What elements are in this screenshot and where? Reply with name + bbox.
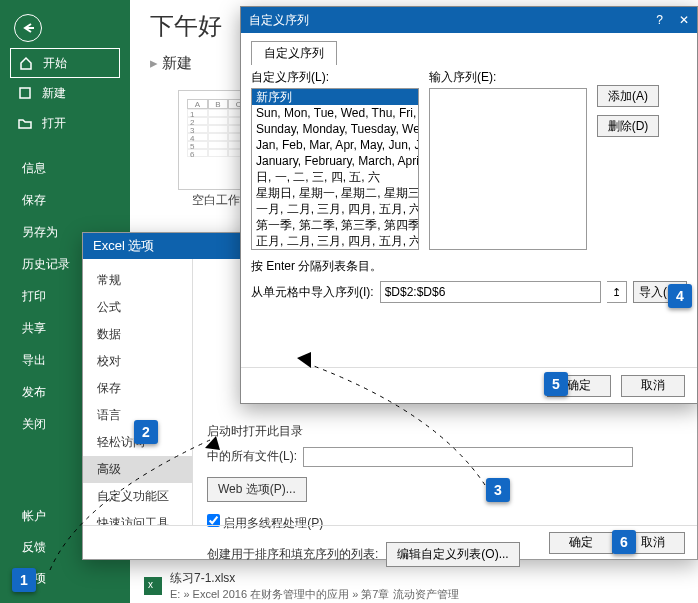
folder-icon xyxy=(18,116,32,130)
nav-publish[interactable]: 发布 xyxy=(22,384,70,404)
list-item[interactable]: Sun, Mon, Tue, Wed, Thu, Fri, S xyxy=(252,105,418,121)
nav-print[interactable]: 打印 xyxy=(22,288,70,308)
step-badge-2: 2 xyxy=(134,420,158,444)
nav-close[interactable]: 关闭 xyxy=(22,416,70,436)
list-entries-textarea[interactable] xyxy=(429,88,587,250)
list-item[interactable]: January, February, March, April xyxy=(252,153,418,169)
startup-folder-input[interactable] xyxy=(303,447,633,467)
list-item[interactable]: 星期日, 星期一, 星期二, 星期三, 星 xyxy=(252,185,418,201)
custom-lists-listbox[interactable]: 新序列 Sun, Mon, Tue, Wed, Thu, Fri, S Sund… xyxy=(251,88,419,250)
nav-history[interactable]: 历史记录 xyxy=(22,256,70,276)
nav-info[interactable]: 信息 xyxy=(22,160,70,180)
nav-open[interactable]: 打开 xyxy=(10,108,120,138)
cat-formulas[interactable]: 公式 xyxy=(83,294,192,321)
custom-lists-titlebar: 自定义序列 ? ✕ xyxy=(241,7,697,33)
svg-rect-0 xyxy=(20,88,30,98)
cat-advanced[interactable]: 高级 xyxy=(83,456,192,483)
custom-lists-dialog: 自定义序列 ? ✕ 自定义序列 自定义序列(L): 新序列 Sun, Mon, … xyxy=(240,6,698,404)
enter-separator-note: 按 Enter 分隔列表条目。 xyxy=(251,258,687,275)
close-icon[interactable]: ✕ xyxy=(679,13,689,27)
custom-lists-cancel-button[interactable]: 取消 xyxy=(621,375,685,397)
options-footer: 确定 取消 xyxy=(83,525,697,559)
home-icon xyxy=(19,56,33,70)
nav-start-label: 开始 xyxy=(43,55,67,72)
nav-new[interactable]: 新建 xyxy=(10,78,120,108)
step-badge-4: 4 xyxy=(668,284,692,308)
new-icon xyxy=(18,86,32,100)
step-badge-6: 6 xyxy=(612,530,636,554)
backstage-top-menu: 开始 新建 打开 xyxy=(10,48,120,138)
import-from-cells-label: 从单元格中导入序列(I): xyxy=(251,284,374,301)
delete-button[interactable]: 删除(D) xyxy=(597,115,659,137)
step-badge-3: 3 xyxy=(486,478,510,502)
tab-custom-lists[interactable]: 自定义序列 xyxy=(251,41,337,65)
add-button[interactable]: 添加(A) xyxy=(597,85,659,107)
list-item[interactable]: 一月, 二月, 三月, 四月, 五月, 六月, xyxy=(252,201,418,217)
entries-label: 输入序列(E): xyxy=(429,69,587,86)
nav-save[interactable]: 保存 xyxy=(22,192,70,212)
list-item[interactable]: 日, 一, 二, 三, 四, 五, 六 xyxy=(252,169,418,185)
cat-save[interactable]: 保存 xyxy=(83,375,192,402)
help-icon[interactable]: ? xyxy=(656,13,663,27)
list-item[interactable]: Jan, Feb, Mar, Apr, May, Jun, Ju xyxy=(252,137,418,153)
options-category-list: 常规 公式 数据 校对 保存 语言 轻松访问 高级 自定义功能区 快速访问工具栏… xyxy=(83,259,193,525)
import-range-input[interactable] xyxy=(380,281,601,303)
backstage-item-list: 信息 保存 另存为 历史记录 打印 共享 导出 发布 关闭 xyxy=(22,160,70,436)
back-button[interactable] xyxy=(14,14,42,42)
nav-start[interactable]: 开始 xyxy=(10,48,120,78)
list-item[interactable]: 新序列 xyxy=(252,89,418,105)
range-picker-icon[interactable]: ↥ xyxy=(607,281,627,303)
custom-lists-title: 自定义序列 xyxy=(249,12,309,29)
web-options-button[interactable]: Web 选项(P)... xyxy=(207,477,307,502)
step-badge-1: 1 xyxy=(12,568,36,592)
cat-ribbon[interactable]: 自定义功能区 xyxy=(83,483,192,510)
cat-general[interactable]: 常规 xyxy=(83,267,192,294)
list-item[interactable]: 子, 丑, 寅, 卯, 辰, 巳, 午, 未, 申, 酉 xyxy=(252,249,418,250)
custom-lists-tabbar: 自定义序列 xyxy=(251,41,687,65)
greeting-title: 下午好 xyxy=(150,10,222,42)
list-item[interactable]: 正月, 二月, 三月, 四月, 五月, 六月, xyxy=(252,233,418,249)
custom-lists-footer: 确定 取消 xyxy=(241,367,697,403)
nav-export[interactable]: 导出 xyxy=(22,352,70,372)
options-ok-button[interactable]: 确定 xyxy=(549,532,613,554)
nav-account[interactable]: 帐户 xyxy=(22,508,46,525)
nav-feedback[interactable]: 反馈 xyxy=(22,539,46,556)
file-name: 练习7-1.xlsx xyxy=(170,570,459,587)
nav-share[interactable]: 共享 xyxy=(22,320,70,340)
step-badge-5: 5 xyxy=(544,372,568,396)
startup-label-2: 中的所有文件(L): xyxy=(207,448,297,465)
cat-qat[interactable]: 快速访问工具栏 xyxy=(83,510,192,525)
recent-file-row[interactable]: 练习7-1.xlsx E: » Excel 2016 在财务管理中的应用 » 第… xyxy=(144,570,459,602)
custom-lists-label: 自定义序列(L): xyxy=(251,69,419,86)
file-path: E: » Excel 2016 在财务管理中的应用 » 第7章 流动资产管理 xyxy=(170,587,459,602)
list-item[interactable]: 第一季, 第二季, 第三季, 第四季 xyxy=(252,217,418,233)
list-item[interactable]: Sunday, Monday, Tuesday, We xyxy=(252,121,418,137)
nav-new-label: 新建 xyxy=(42,85,66,102)
startup-label-1: 启动时打开此目录 xyxy=(207,423,683,440)
back-arrow-icon xyxy=(21,21,35,35)
new-section-label: 新建 xyxy=(150,54,192,73)
excel-file-icon xyxy=(144,577,162,595)
cat-data[interactable]: 数据 xyxy=(83,321,192,348)
nav-open-label: 打开 xyxy=(42,115,66,132)
cat-proofing[interactable]: 校对 xyxy=(83,348,192,375)
nav-saveas[interactable]: 另存为 xyxy=(22,224,70,244)
